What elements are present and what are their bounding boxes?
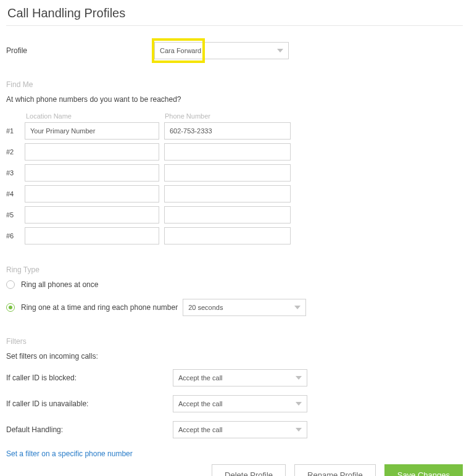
location-name-input[interactable]: [25, 185, 159, 203]
row-index: #1: [6, 127, 25, 135]
chevron-down-icon: [296, 402, 302, 406]
phone-number-input[interactable]: [164, 227, 291, 244]
specific-filter-link[interactable]: Set a filter on a specific phone number: [6, 449, 133, 458]
phone-number-input[interactable]: [164, 164, 291, 182]
col-location-header: Location Name: [25, 112, 164, 120]
filters-heading: Filters: [6, 337, 463, 346]
find-me-row: #3: [6, 164, 463, 182]
row-index: #5: [6, 211, 25, 219]
ring-all-radio[interactable]: [6, 280, 15, 289]
find-me-row: #2: [6, 143, 463, 161]
find-me-question: At which phone numbers do you want to be…: [6, 95, 463, 104]
location-name-input[interactable]: [25, 206, 159, 223]
filter-default-select[interactable]: Accept the call: [173, 421, 307, 438]
find-me-row: #4: [6, 185, 463, 203]
ring-all-label: Ring all phones at once: [21, 280, 98, 289]
filter-blocked-value: Accept the call: [178, 374, 223, 382]
location-name-input[interactable]: [25, 122, 159, 140]
filter-blocked-label: If caller ID is blocked:: [6, 374, 173, 382]
delete-profile-button[interactable]: Delete Profile: [212, 464, 286, 476]
chevron-down-icon: [294, 306, 301, 309]
rename-profile-button[interactable]: Rename Profile: [294, 464, 376, 476]
ring-duration-select[interactable]: 20 seconds: [183, 299, 306, 316]
filter-unavailable-label: If caller ID is unavailable:: [6, 399, 173, 408]
save-changes-button[interactable]: Save Changes: [384, 464, 463, 476]
phone-number-input[interactable]: [164, 185, 291, 203]
filter-unavailable-select[interactable]: Accept the call: [173, 395, 307, 412]
filter-default-value: Accept the call: [178, 426, 223, 433]
filters-intro: Set filters on incoming calls:: [6, 352, 463, 361]
row-index: #3: [6, 169, 25, 177]
location-name-input[interactable]: [25, 227, 159, 244]
filter-unavailable-value: Accept the call: [178, 400, 223, 407]
profile-select-value: Cara Forward: [160, 47, 201, 54]
find-me-row: #6: [6, 227, 463, 244]
ring-type-heading: Ring Type: [6, 265, 463, 274]
ring-duration-value: 20 seconds: [188, 304, 223, 311]
phone-number-input[interactable]: [164, 143, 291, 161]
chevron-down-icon: [296, 376, 302, 380]
page-title: Call Handling Profiles: [6, 5, 463, 26]
find-me-row: #1: [6, 122, 463, 140]
row-index: #6: [6, 232, 25, 240]
phone-number-input[interactable]: [164, 122, 291, 140]
row-index: #4: [6, 190, 25, 198]
ring-sequential-radio[interactable]: [6, 303, 15, 312]
row-index: #2: [6, 148, 25, 156]
phone-number-input[interactable]: [164, 206, 291, 223]
location-name-input[interactable]: [25, 164, 159, 182]
find-me-row: #5: [6, 206, 463, 223]
col-phone-header: Phone Number: [164, 112, 293, 120]
location-name-input[interactable]: [25, 143, 159, 161]
profile-select[interactable]: Cara Forward: [154, 42, 289, 59]
ring-sequential-label: Ring one at a time and ring each phone n…: [21, 303, 178, 312]
profile-label: Profile: [6, 46, 154, 55]
chevron-down-icon: [296, 428, 302, 432]
filter-default-label: Default Handling:: [6, 425, 173, 434]
chevron-down-icon: [277, 49, 283, 52]
find-me-heading: Find Me: [6, 80, 463, 89]
filter-blocked-select[interactable]: Accept the call: [173, 369, 307, 386]
